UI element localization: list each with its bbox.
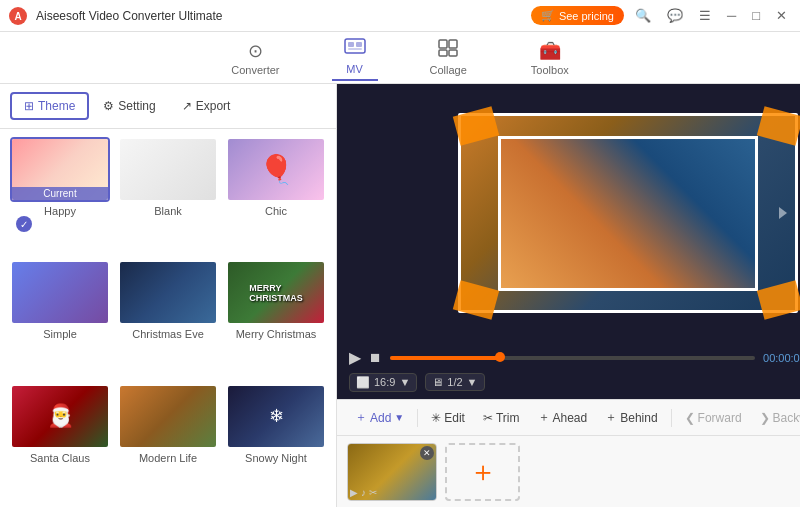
play-button[interactable]: ▶ — [349, 348, 361, 367]
svg-rect-8 — [439, 50, 447, 56]
theme-snowy-night[interactable]: ❄ Snowy Night — [226, 384, 326, 499]
separator1 — [417, 409, 418, 427]
svg-rect-4 — [356, 42, 362, 47]
ratio-dropdown-icon: ▼ — [399, 376, 410, 388]
theme-christmas-eve-thumb — [118, 260, 218, 325]
forward-icon: ❮ — [685, 411, 695, 425]
aspect-ratio-select[interactable]: ⬜ 16:9 ▼ — [349, 373, 417, 392]
collage-icon — [438, 39, 458, 62]
export-tab[interactable]: ↗ Export — [170, 94, 243, 118]
controls-row2: ⬜ 16:9 ▼ 🖥 1/2 ▼ Export — [349, 371, 800, 393]
trim-scissors-icon: ✂ — [483, 411, 493, 425]
trim-button[interactable]: ✂ Trim — [475, 408, 528, 428]
theme-tab[interactable]: ⊞ Theme — [10, 92, 89, 120]
tab-toolbox[interactable]: 🧰 Toolbox — [519, 36, 581, 80]
svg-rect-7 — [449, 40, 457, 48]
search-button[interactable]: 🔍 — [630, 6, 656, 25]
add-dropdown-icon: ▼ — [394, 412, 404, 423]
forward-button[interactable]: ❮ Forward — [677, 408, 750, 428]
progress-bar[interactable] — [390, 356, 755, 360]
app-logo: A — [8, 6, 28, 26]
theme-modern-life-thumb — [118, 384, 218, 449]
minimize-button[interactable]: ─ — [722, 6, 741, 25]
backward-icon: ❯ — [760, 411, 770, 425]
timeline-item-1[interactable]: ✕ ▶ ♪ ✂ — [347, 443, 437, 501]
svg-text:A: A — [14, 11, 21, 22]
inner-frame-background — [501, 139, 755, 288]
next-arrow-icon — [779, 207, 787, 219]
timeline-icons: ▶ ♪ ✂ — [350, 487, 377, 498]
scissors-small-icon: ✂ — [369, 487, 377, 498]
theme-christmas-eve[interactable]: Christmas Eve — [118, 260, 218, 375]
behind-icon: ＋ — [605, 409, 617, 426]
frame-dropdown-icon: ▼ — [467, 376, 478, 388]
tab-converter[interactable]: ⊙ Converter — [219, 36, 291, 80]
video-small-icon: ▶ — [350, 487, 358, 498]
theme-chic[interactable]: 🎈 Chic — [226, 137, 326, 252]
inner-frame — [498, 136, 758, 291]
close-button[interactable]: ✕ — [771, 6, 792, 25]
ahead-icon: ＋ — [538, 409, 550, 426]
aspect-ratio-icon: ⬜ — [356, 376, 370, 389]
theme-santa-claus[interactable]: 🎅 Santa Claus — [10, 384, 110, 499]
chat-button[interactable]: 💬 — [662, 6, 688, 25]
svg-rect-3 — [348, 42, 354, 47]
music-small-icon: ♪ — [361, 487, 366, 498]
controls-row1: ▶ ⏹ 00:00:01.11/00:00:07.22 🔊 — [349, 348, 800, 367]
bottom-toolbar: ＋ Add ▼ ✳ Edit ✂ Trim ＋ Ahead ＋ Behind — [337, 399, 800, 435]
svg-rect-6 — [439, 40, 447, 48]
progress-thumb — [495, 352, 505, 362]
setting-gear-icon: ⚙ — [103, 99, 114, 113]
progress-fill — [390, 356, 500, 360]
add-button[interactable]: ＋ Add ▼ — [347, 406, 412, 429]
edit-star-icon: ✳ — [431, 411, 441, 425]
converter-icon: ⊙ — [248, 40, 263, 62]
title-bar-actions: 🛒 See pricing 🔍 💬 ☰ ─ □ ✕ — [531, 6, 792, 25]
app-title: Aiseesoft Video Converter Ultimate — [36, 9, 531, 23]
frame-rate-select[interactable]: 🖥 1/2 ▼ — [425, 373, 484, 391]
theme-happy-thumb: Current — [10, 137, 110, 202]
add-large-icon: ＋ — [469, 453, 497, 491]
tab-collage[interactable]: Collage — [418, 35, 479, 80]
theme-grid-icon: ⊞ — [24, 99, 34, 113]
theme-merry-christmas[interactable]: MERRYCHRISTMAS Merry Christmas — [226, 260, 326, 375]
timeline-close-button[interactable]: ✕ — [420, 446, 434, 460]
timeline-add-button[interactable]: ＋ — [445, 443, 520, 501]
edit-button[interactable]: ✳ Edit — [423, 408, 473, 428]
setting-tab[interactable]: ⚙ Setting — [91, 94, 167, 118]
theme-happy[interactable]: Current ✓ Happy — [10, 137, 110, 252]
theme-blank[interactable]: Blank — [118, 137, 218, 252]
backward-button[interactable]: ❯ Backward — [752, 408, 800, 428]
current-label: Current — [12, 187, 108, 200]
export-arrow-icon: ↗ — [182, 99, 192, 113]
nav-tabs: ⊙ Converter MV Collage 🧰 Toolbox — [0, 32, 800, 84]
right-panel: ▶ ⏹ 00:00:01.11/00:00:07.22 🔊 ⬜ 16:9 ▼ 🖥… — [337, 84, 800, 507]
video-controls: ▶ ⏹ 00:00:01.11/00:00:07.22 🔊 ⬜ 16:9 ▼ 🖥… — [337, 342, 800, 399]
maximize-button[interactable]: □ — [747, 6, 765, 25]
menu-button[interactable]: ☰ — [694, 6, 716, 25]
stop-button[interactable]: ⏹ — [369, 350, 382, 365]
svg-rect-5 — [348, 48, 362, 50]
svg-rect-9 — [449, 50, 457, 56]
theme-simple[interactable]: Simple — [10, 260, 110, 375]
see-pricing-button[interactable]: 🛒 See pricing — [531, 6, 624, 25]
ahead-button[interactable]: ＋ Ahead — [530, 406, 596, 429]
theme-modern-life[interactable]: Modern Life — [118, 384, 218, 499]
add-plus-icon: ＋ — [355, 409, 367, 426]
timeline-area: ✕ ▶ ♪ ✂ ＋ 1 / 1 — [337, 435, 800, 507]
theme-blank-thumb — [118, 137, 218, 202]
title-bar: A Aiseesoft Video Converter Ultimate 🛒 S… — [0, 0, 800, 32]
video-background — [461, 116, 795, 310]
left-panel: ⊞ Theme ⚙ Setting ↗ Export Current ✓ Hap — [0, 84, 337, 507]
mv-icon — [344, 38, 366, 61]
cart-icon: 🛒 — [541, 9, 555, 22]
separator2 — [671, 409, 672, 427]
video-area — [337, 84, 800, 342]
left-toolbar: ⊞ Theme ⚙ Setting ↗ Export — [0, 84, 336, 129]
frame-icon: 🖥 — [432, 376, 443, 388]
theme-simple-thumb — [10, 260, 110, 325]
theme-santa-claus-thumb: 🎅 — [10, 384, 110, 449]
tab-mv[interactable]: MV — [332, 34, 378, 81]
behind-button[interactable]: ＋ Behind — [597, 406, 665, 429]
time-display: 00:00:01.11/00:00:07.22 — [763, 352, 800, 364]
